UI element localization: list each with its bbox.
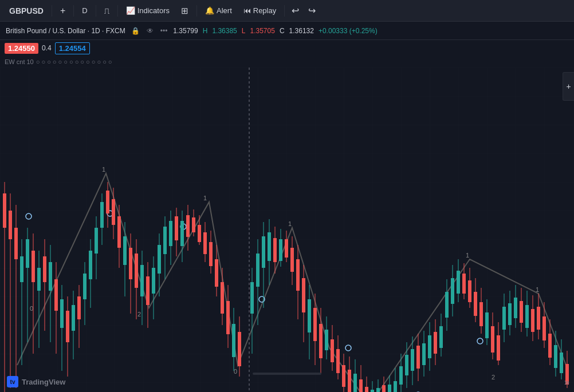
svg-rect-45 bbox=[123, 236, 127, 265]
svg-rect-23 bbox=[60, 299, 64, 328]
svg-rect-193 bbox=[554, 345, 557, 368]
svg-rect-49 bbox=[135, 254, 138, 288]
svg-rect-11 bbox=[26, 239, 29, 268]
svg-rect-167 bbox=[479, 302, 483, 326]
indicators-button[interactable]: 📈 Indicators bbox=[121, 4, 174, 17]
svg-rect-41 bbox=[112, 199, 115, 225]
svg-rect-95 bbox=[273, 238, 277, 262]
svg-rect-35 bbox=[95, 228, 98, 254]
svg-rect-181 bbox=[520, 301, 523, 323]
svg-rect-135 bbox=[388, 385, 391, 392]
svg-rect-125 bbox=[359, 379, 363, 392]
wave-label-0-2: 0 bbox=[234, 368, 237, 375]
svg-rect-151 bbox=[434, 332, 437, 354]
sep4 bbox=[117, 5, 118, 17]
svg-rect-77 bbox=[215, 259, 218, 287]
svg-rect-3 bbox=[3, 193, 6, 228]
price-change: +0.00333 (+0.25%) bbox=[319, 27, 378, 35]
svg-rect-43 bbox=[117, 216, 121, 248]
price-label-04: 0.4 bbox=[42, 44, 52, 52]
svg-rect-105 bbox=[302, 278, 305, 312]
sep6 bbox=[284, 5, 285, 17]
infobar: British Pound / U.S. Dollar · 1D · FXCM … bbox=[0, 22, 574, 40]
ew-label: EW cnt 10 bbox=[5, 58, 34, 65]
svg-rect-121 bbox=[348, 370, 351, 392]
timeframe-button[interactable]: D bbox=[77, 4, 92, 17]
svg-rect-131 bbox=[376, 388, 380, 392]
lock-icon[interactable]: 🔒 bbox=[131, 27, 140, 35]
svg-rect-109 bbox=[313, 308, 317, 341]
svg-rect-103 bbox=[296, 259, 300, 291]
svg-rect-149 bbox=[428, 335, 431, 358]
scroll-bar[interactable] bbox=[253, 373, 321, 375]
svg-rect-93 bbox=[268, 232, 271, 261]
svg-rect-9 bbox=[20, 256, 23, 282]
svg-rect-183 bbox=[525, 305, 529, 328]
wave-label-1-4: 1 bbox=[466, 252, 469, 259]
eye-icon[interactable]: 👁 bbox=[147, 27, 154, 35]
replay-icon: ⏮ bbox=[243, 6, 251, 15]
svg-rect-153 bbox=[439, 326, 443, 348]
alert-button[interactable]: 🔔 Alert bbox=[200, 4, 237, 17]
svg-rect-161 bbox=[462, 274, 466, 294]
svg-rect-55 bbox=[152, 268, 155, 294]
svg-rect-29 bbox=[77, 296, 81, 319]
svg-rect-51 bbox=[140, 265, 144, 296]
price-high: 1.36385 bbox=[212, 27, 237, 35]
svg-rect-147 bbox=[422, 343, 426, 365]
symbol-label[interactable]: GBPUSD bbox=[5, 4, 48, 18]
sep5 bbox=[196, 5, 197, 17]
more-button[interactable]: » bbox=[564, 377, 569, 387]
tradingview-logo: tv TradingView bbox=[7, 376, 65, 387]
svg-rect-17 bbox=[43, 256, 46, 282]
svg-rect-165 bbox=[474, 292, 477, 316]
wave-label-2-1: 2 bbox=[137, 311, 141, 318]
svg-rect-171 bbox=[491, 326, 494, 353]
chart-type-icon: ⎍ bbox=[104, 6, 109, 15]
svg-rect-53 bbox=[146, 276, 150, 305]
svg-rect-191 bbox=[548, 334, 552, 358]
svg-rect-73 bbox=[203, 232, 207, 254]
price-high-label: H bbox=[203, 27, 208, 35]
replay-label: Replay bbox=[253, 6, 276, 15]
svg-rect-7 bbox=[14, 228, 18, 259]
sep3 bbox=[96, 5, 96, 17]
svg-rect-169 bbox=[485, 312, 489, 338]
svg-rect-69 bbox=[192, 217, 195, 232]
price-open: 1.35799 bbox=[173, 27, 198, 35]
svg-rect-113 bbox=[325, 330, 328, 350]
svg-rect-155 bbox=[445, 292, 449, 318]
redo-button[interactable]: ↪ bbox=[305, 3, 319, 18]
svg-rect-59 bbox=[163, 227, 167, 254]
indicators-icon: 📈 bbox=[126, 6, 135, 15]
svg-rect-119 bbox=[342, 365, 345, 387]
svg-rect-101 bbox=[290, 248, 294, 272]
undo-button[interactable]: ↩ bbox=[288, 3, 302, 18]
toolbar: GBPUSD + D ⎍ 📈 Indicators ⊞ 🔔 Alert ⏮ Re… bbox=[0, 0, 574, 22]
tv-icon: tv bbox=[7, 376, 18, 387]
layouts-button[interactable]: ⊞ bbox=[176, 3, 193, 18]
svg-rect-37 bbox=[100, 202, 104, 228]
svg-rect-39 bbox=[106, 191, 109, 213]
wave-label-1-5: 1 bbox=[536, 286, 539, 293]
chart-type-button[interactable]: ⎍ bbox=[100, 3, 114, 18]
svg-rect-129 bbox=[371, 390, 374, 392]
chart-area[interactable]: 0 1 2 1 0 1 0 1 2 1 bbox=[0, 68, 574, 392]
svg-rect-67 bbox=[186, 215, 190, 237]
price-badges: 1.24550 0.4 1.24554 bbox=[0, 40, 574, 56]
sep1 bbox=[52, 5, 52, 17]
svg-rect-177 bbox=[508, 303, 512, 325]
more-icon[interactable]: ••• bbox=[160, 27, 168, 35]
svg-rect-89 bbox=[256, 254, 260, 287]
svg-rect-75 bbox=[209, 242, 213, 266]
svg-rect-143 bbox=[411, 349, 414, 371]
replay-button[interactable]: ⏮ Replay bbox=[239, 4, 281, 17]
svg-rect-83 bbox=[232, 324, 235, 357]
add-button[interactable]: + bbox=[56, 3, 70, 18]
indicators-label: Indicators bbox=[137, 6, 170, 15]
svg-rect-81 bbox=[226, 301, 230, 334]
right-sidebar-button[interactable]: + bbox=[563, 72, 574, 101]
svg-rect-47 bbox=[129, 248, 132, 279]
svg-rect-97 bbox=[279, 239, 282, 261]
svg-rect-63 bbox=[175, 216, 178, 240]
